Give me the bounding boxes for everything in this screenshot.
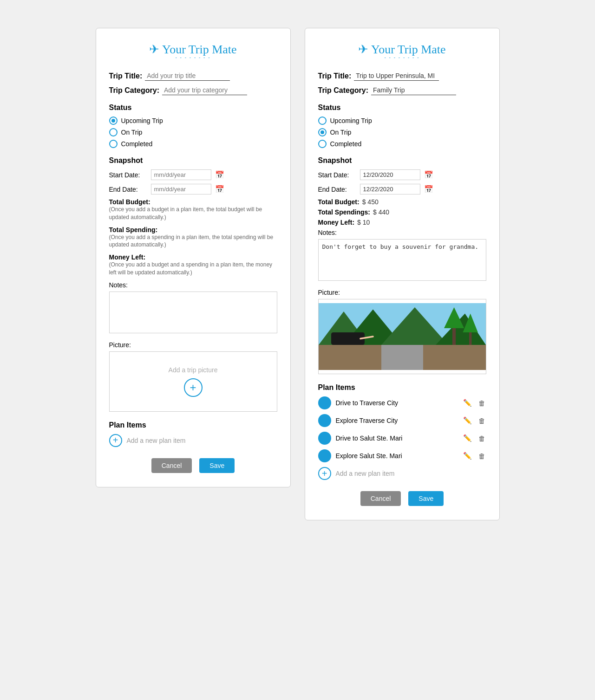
left-status-upcoming-label: Upcoming Trip [121, 117, 163, 124]
right-money-left-label: Money Left: [318, 219, 355, 226]
svg-rect-11 [469, 332, 471, 345]
right-end-date-label: End Date: [318, 186, 360, 193]
right-total-spendings-line: Total Spendings: $ 440 [318, 208, 486, 216]
right-total-budget-label: Total Budget: [318, 198, 360, 206]
right-plan-edit-1[interactable]: ✏️ [462, 416, 473, 425]
right-plan-item-1: Explore Traverse City ✏️ 🗑 [318, 414, 486, 427]
left-status-ontrip[interactable]: On Trip [109, 128, 277, 136]
left-trip-title-input[interactable] [145, 71, 230, 81]
right-add-plan-button[interactable]: + [318, 467, 331, 480]
left-end-date-calendar-icon[interactable]: 📅 [215, 185, 224, 194]
right-plan-edit-0[interactable]: ✏️ [462, 399, 473, 407]
right-status-completed[interactable]: Completed [318, 140, 486, 148]
right-plan-edit-2[interactable]: ✏️ [462, 434, 473, 442]
left-status-completed-label: Completed [121, 140, 153, 148]
right-plan-delete-3[interactable]: 🗑 [477, 452, 486, 460]
right-plan-items-title: Plan Items [318, 383, 486, 392]
right-total-budget-value: $ 450 [362, 198, 379, 206]
right-total-spendings-label: Total Spendings: [318, 208, 371, 216]
right-notes-textarea[interactable]: Don't forget to buy a souvenir for grand… [318, 239, 486, 281]
left-add-plan-row: + Add a new plan item [109, 434, 277, 447]
right-money-left-line: Money Left: $ 10 [318, 219, 486, 226]
right-plan-delete-2[interactable]: 🗑 [477, 434, 486, 442]
left-card: ✈ Your Trip Mate - - - - - - - - Trip Ti… [96, 28, 291, 487]
right-plan-item-label-3: Explore Salut Ste. Mari [336, 452, 458, 460]
right-radio-completed-circle [318, 140, 327, 148]
right-total-spendings-value: $ 440 [373, 208, 389, 216]
left-trip-title-label: Trip Title: [109, 72, 143, 80]
page-wrapper: ✈ Your Trip Mate - - - - - - - - Trip Ti… [19, 28, 576, 520]
right-plan-dot-2 [318, 432, 331, 445]
right-add-plan-row: + Add a new plan item [318, 467, 486, 480]
right-plan-item-label-1: Explore Traverse City [336, 417, 458, 424]
right-plan-dot-0 [318, 396, 331, 409]
left-notes-label: Notes: [109, 281, 277, 289]
left-total-budget-block: Total Budget: (Once you add a budget in … [109, 198, 277, 221]
right-picture-label: Picture: [318, 289, 486, 296]
right-trip-title-label: Trip Title: [318, 72, 352, 80]
left-status-upcoming[interactable]: Upcoming Trip [109, 117, 277, 125]
left-logo-text: ✈ Your Trip Mate [149, 43, 236, 56]
left-logo-area: ✈ Your Trip Mate - - - - - - - - [109, 42, 277, 60]
left-radio-completed-circle [109, 140, 118, 148]
right-plan-item-label-2: Drive to Salut Ste. Mari [336, 434, 458, 442]
left-snapshot-title: Snapshot [109, 156, 277, 165]
right-status-completed-label: Completed [330, 140, 362, 148]
right-start-date-row: Start Date: 📅 [318, 169, 486, 180]
left-status-completed[interactable]: Completed [109, 140, 277, 148]
left-add-plan-button[interactable]: + [109, 434, 122, 447]
left-end-date-label: End Date: [109, 186, 151, 193]
right-trip-category-row: Trip Category: [318, 85, 486, 95]
left-start-date-input[interactable] [151, 169, 211, 180]
right-snapshot-title: Snapshot [318, 156, 486, 165]
svg-rect-6 [381, 345, 423, 370]
right-card: ✈ Your Trip Mate - - - - - - - - Trip Ti… [305, 28, 500, 520]
right-plan-dot-1 [318, 414, 331, 427]
left-status-ontrip-label: On Trip [121, 129, 143, 136]
right-trip-title-input[interactable] [354, 71, 439, 81]
left-radio-upcoming-circle [109, 117, 118, 125]
right-start-date-input[interactable] [360, 169, 420, 180]
left-cancel-button[interactable]: Cancel [151, 458, 192, 473]
left-money-left-title: Money Left: [109, 253, 277, 261]
left-trip-category-input[interactable] [162, 85, 247, 95]
right-trip-category-input[interactable] [371, 85, 456, 95]
left-status-title: Status [109, 104, 277, 112]
left-total-budget-desc: (Once you add a budget in a plan item, t… [109, 206, 277, 221]
right-plan-delete-0[interactable]: 🗑 [477, 399, 486, 407]
right-plan-dot-3 [318, 449, 331, 462]
left-end-date-input[interactable] [151, 184, 211, 194]
right-total-budget-line: Total Budget: $ 450 [318, 198, 486, 206]
left-total-spending-block: Total Spending: (Once you add a spending… [109, 226, 277, 249]
right-save-button[interactable]: Save [408, 491, 444, 506]
left-start-date-label: Start Date: [109, 171, 151, 179]
right-plan-items-section: Plan Items Drive to Traverse City ✏️ 🗑 E… [318, 383, 486, 480]
left-money-left-block: Money Left: (Once you add a budget and a… [109, 253, 277, 277]
right-cancel-button[interactable]: Cancel [360, 491, 401, 506]
right-status-ontrip[interactable]: On Trip [318, 128, 486, 136]
right-plan-item-0: Drive to Traverse City ✏️ 🗑 [318, 396, 486, 409]
right-plan-delete-1[interactable]: 🗑 [477, 417, 486, 425]
right-money-left-value: $ 10 [357, 219, 370, 226]
right-status-ontrip-label: On Trip [330, 129, 352, 136]
right-status-upcoming-label: Upcoming Trip [330, 117, 372, 124]
right-status-upcoming[interactable]: Upcoming Trip [318, 117, 486, 125]
left-status-radio-group: Upcoming Trip On Trip Completed [109, 117, 277, 148]
left-start-date-calendar-icon[interactable]: 📅 [215, 170, 224, 179]
left-trip-category-row: Trip Category: [109, 85, 277, 95]
right-end-date-input[interactable] [360, 184, 420, 194]
left-add-picture-button[interactable]: + [184, 378, 203, 397]
right-plan-item-3: Explore Salut Ste. Mari ✏️ 🗑 [318, 449, 486, 462]
right-plan-edit-3[interactable]: ✏️ [462, 452, 473, 460]
left-save-button[interactable]: Save [199, 458, 235, 473]
left-plan-items-title: Plan Items [109, 421, 277, 429]
right-start-date-calendar-icon[interactable]: 📅 [424, 170, 433, 179]
right-end-date-calendar-icon[interactable]: 📅 [424, 185, 433, 194]
left-total-spending-desc: (Once you add a spending in a plan item,… [109, 233, 277, 249]
right-plan-item-label-0: Drive to Traverse City [336, 399, 458, 407]
left-radio-ontrip-circle [109, 128, 118, 136]
right-trip-title-row: Trip Title: [318, 71, 486, 81]
left-notes-textarea[interactable] [109, 292, 277, 333]
right-trip-category-label: Trip Category: [318, 86, 368, 95]
right-add-plan-text: Add a new plan item [336, 470, 395, 477]
